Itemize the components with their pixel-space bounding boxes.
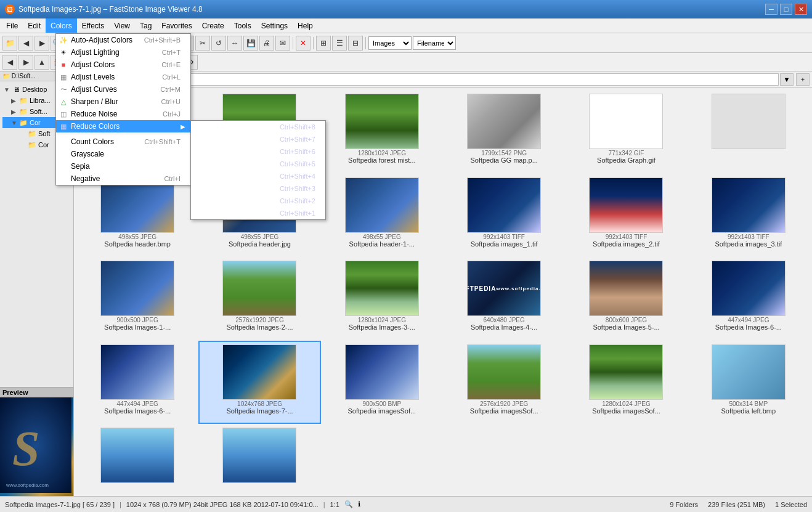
toolbar-delete-btn[interactable]: ✕ [296,36,311,51]
minimize-button[interactable]: ─ [765,4,777,15]
menu-reduce-noise[interactable]: ◫ Reduce Noise Ctrl+J [56,108,190,120]
submenu-64-colors[interactable]: 64 Colors (6bit) Ctrl+Shift+6 [191,145,325,158]
toolbar-filmstrip-btn[interactable]: ☰ [332,36,347,51]
submenu-4-colors[interactable]: 4 Colors (2bit) Ctrl+Shift+2 [191,195,325,207]
thumbnail-cell[interactable]: 900x500 BMPSoftpedia imagesSof... [321,341,443,425]
toolbar-open-btn[interactable]: 📁 [2,36,17,51]
menu-sharpen-blur[interactable]: △ Sharpen / Blur Ctrl+U [56,95,190,108]
thumbnail-cell[interactable]: 2576x1920 JPEGSoftpedia Images-2-... [198,257,320,341]
close-button[interactable]: ✕ [795,4,807,15]
thumbnail-cell[interactable]: 900x500 JPEGSoftpedia Images-1-... [76,257,198,341]
thumbnail-cell[interactable]: 1799x1542 PNGSoftpedia GG map.p... [443,90,565,174]
sort-select[interactable]: Filename [413,36,456,50]
thumbnail-cell[interactable]: 447x494 JPEGSoftpedia Images-6-... [76,341,198,425]
toolbar-crop-btn[interactable]: ✂ [195,36,210,51]
thumbnail-cell[interactable]: 447x494 JPEGSoftpedia Images-6-... [688,257,810,341]
thumbnail-info: 498x55 JPEG [363,234,401,240]
menu-negative[interactable]: Negative Ctrl+I [56,173,190,185]
path-new-folder-btn[interactable]: + [796,73,810,86]
toolbar-print-btn[interactable]: 🖨 [259,36,274,51]
thumbnail-cell[interactable]: 992x1403 TIFFSoftpedia images_3.tif [688,174,810,258]
menu-adjust-lighting[interactable]: ☀ Adjust Lighting Ctrl+T [56,46,190,59]
menu-effects[interactable]: Effects [77,18,109,33]
toolbar-flip-btn[interactable]: ↔ [227,36,242,51]
menu-tag[interactable]: Tag [135,18,156,33]
thumbnail-cell[interactable] [76,424,198,494]
submenu-32-colors[interactable]: 32 Colors (5bit) Ctrl+Shift+5 [191,158,325,170]
menu-edit[interactable]: Edit [23,18,46,33]
thumbnail-cell[interactable]: 992x1403 TIFFSoftpedia images_1.tif [443,174,565,258]
path-go-btn[interactable]: ▼ [780,73,794,86]
menu-file[interactable]: File [1,18,23,33]
submenu-256-colors[interactable]: 256 Colors (8bit) Ctrl+Shift+8 [191,121,325,133]
thumbnail-cell[interactable]: 800x600 JPEGSoftpedia Images-5-... [565,257,687,341]
thumbnail-info: 498x55 JPEG [118,234,156,240]
thumbnail-image [222,261,296,316]
submenu-8-colors[interactable]: 8 Colors (3bit) Ctrl+Shift+3 [191,182,325,195]
menu-colors[interactable]: Colors [46,18,77,33]
menu-view[interactable]: View [109,18,135,33]
thumbnail-cell[interactable] [198,424,320,494]
toolbar-fullthumb-btn[interactable]: ⊟ [348,36,363,51]
thumbnail-cell[interactable]: 500x314 BMPSoftpedia left.bmp [688,341,810,425]
thumbnail-name: Softpedia header.bmp [104,240,171,248]
toolbar-prev-btn[interactable]: ◀ [18,36,33,51]
menu-count-colors[interactable]: Count Colors Ctrl+Shift+T [56,136,190,148]
thumbnail-cell[interactable]: 1024x768 JPEGSoftpedia Images-7-... [198,341,320,425]
thumbnail-info: 640x480 JPEG [484,317,525,323]
toolbar-sep-4 [313,37,314,49]
toolbar-grid-btn[interactable]: ⊞ [316,36,331,51]
thumbnail-cell[interactable]: 1280x1024 JPEGSoftpedia Images-3-... [321,257,443,341]
menu-sepia[interactable]: Sepia [56,160,190,173]
nav-back-btn[interactable]: ◀ [2,55,17,70]
thumbnail-info: 1280x1024 JPEG [602,400,650,407]
menu-auto-adjust-colors[interactable]: ✨ Auto-Adjust Colors Ctrl+Shift+B [56,34,190,46]
menu-adjust-colors[interactable]: ■ Adjust Colors Ctrl+E [56,59,190,71]
submenu-16-colors[interactable]: 16 Colors (4bit) Ctrl+Shift+4 [191,170,325,182]
status-image-info: 1024 x 768 (0.79 MP) 24bit JPEG 168 KB 2… [126,501,319,508]
colors-dropdown-menu: ✨ Auto-Adjust Colors Ctrl+Shift+B ☀ Adju… [55,33,191,185]
auto-adjust-icon: ✨ [59,35,68,45]
thumbnail-image [100,177,174,233]
menu-adjust-levels[interactable]: ▦ Adjust Levels Ctrl+L [56,71,190,83]
thumbnail-cell[interactable]: 992x1403 TIFFSoftpedia images_2.tif [565,174,687,258]
menu-help[interactable]: Help [293,18,318,33]
thumbnail-cell[interactable]: 771x342 GIFSoftpedia Graph.gif [565,90,687,174]
thumbnail-cell[interactable]: SOFTPEDIAwww.softpedia.com640x480 JPEGSo… [443,257,565,341]
status-info-btn[interactable]: ℹ [358,500,360,508]
left-path-bar: 📁 D:\Soft... [2,73,36,79]
menu-tools[interactable]: Tools [229,18,256,33]
submenu-2-colors[interactable]: 2 Colors (1bit) Ctrl+Shift+1 [191,207,325,219]
preview-image: S www.softpedia.com [0,397,73,496]
thumbnail-cell[interactable]: 2576x1920 JPEGSoftpedia imagesSof... [443,341,565,425]
menu-favorites[interactable]: Favorites [156,18,197,33]
menu-settings[interactable]: Settings [256,18,293,33]
submenu-128-colors[interactable]: 128 Colors (7bit) Ctrl+Shift+7 [191,133,325,145]
path-input[interactable] [88,73,779,86]
thumbnail-cell[interactable]: 1280x1024 JPEGSoftpedia forest mist... [321,90,443,174]
thumbnail-cell[interactable]: 1280x1024 JPEGSoftpedia imagesSof... [565,341,687,425]
thumbnail-image [222,428,296,483]
toolbar-rotate-btn[interactable]: ↺ [211,36,226,51]
nav-up-btn[interactable]: ▲ [35,55,49,70]
thumbnail-image [467,94,541,149]
thumbnail-cell[interactable]: 498x55 JPEGSoftpedia header.bmp [76,174,198,258]
status-file-info: Softpedia Images-7-1.jpg [ 65 / 239 ] [5,501,115,508]
toolbar-save-btn[interactable]: 💾 [243,36,258,51]
nav-forward-btn[interactable]: ▶ [18,55,33,70]
folder-icon-5: 📁 [27,140,37,149]
toolbar-next-btn[interactable]: ▶ [35,36,49,51]
thumbnail-cell[interactable]: 498x55 JPEGSoftpedia header-1-... [321,174,443,258]
maximize-button[interactable]: □ [780,4,792,15]
menu-create[interactable]: Create [197,18,229,33]
menu-adjust-curves[interactable]: 〜 Adjust Curves Ctrl+M [56,83,190,95]
status-zoom-btn[interactable]: 🔍 [344,500,353,508]
menu-grayscale[interactable]: Grayscale [56,148,190,160]
title-bar: 🖼 Softpedia Images-7-1.jpg – FastStone I… [0,0,812,18]
thumbnail-info: 800x600 JPEG [606,317,647,323]
menu-reduce-colors[interactable]: ▦ Reduce Colors ▶ 256 Colors (8bit) Ctrl… [56,120,190,132]
thumbnail-image [467,177,541,233]
toolbar-email-btn[interactable]: ✉ [275,36,290,51]
thumbnail-cell[interactable] [688,90,810,174]
filter-select[interactable]: Images [368,36,412,50]
